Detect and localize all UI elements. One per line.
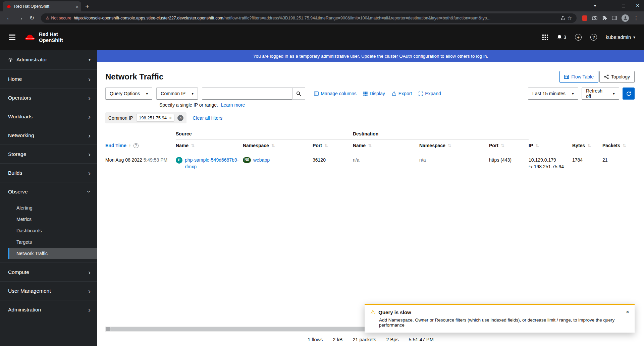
learn-more-link[interactable]: Learn more	[221, 102, 245, 108]
app-launcher-grid-icon[interactable]	[542, 35, 548, 40]
chip-remove-icon[interactable]: ×	[169, 116, 172, 120]
window-minimize-button[interactable]: —	[607, 3, 611, 8]
window-maximize-button[interactable]	[622, 4, 625, 7]
chevron-down-icon: ›	[86, 190, 93, 193]
end-time-help-icon[interactable]: ?	[133, 143, 139, 148]
filter-type-label: Common IP	[161, 91, 185, 96]
sidebar-item-networking[interactable]: Networking›	[0, 126, 97, 145]
sidebar-item-label: User Management	[8, 288, 51, 294]
query-options-dropdown[interactable]: Query Options ▾	[105, 88, 152, 100]
sidebar-item-compute[interactable]: Compute›	[0, 263, 97, 281]
sort-icon: ⇅	[587, 143, 591, 148]
table-row[interactable]: Mon Aug 08 2022 5:49:53 PM P php-sample-…	[105, 152, 635, 176]
side-panel-icon[interactable]	[612, 16, 617, 20]
page-title: Network Traffic	[105, 72, 163, 81]
grid-icon	[363, 92, 368, 96]
flow-table-button[interactable]: Flow Table	[559, 71, 598, 83]
perspective-label: Administrator	[16, 57, 47, 63]
extension-icon-red[interactable]	[582, 15, 587, 21]
share-icon[interactable]	[560, 16, 565, 20]
sidebar-item-home[interactable]: Home›	[0, 69, 97, 88]
redhat-favicon-icon	[6, 4, 11, 8]
perspective-switcher[interactable]: Administrator ▾	[0, 50, 97, 69]
username: kube:admin	[606, 35, 631, 40]
column-header-packets[interactable]: Packets⇅	[602, 139, 635, 152]
sidebar-item-targets[interactable]: Targets	[8, 236, 97, 248]
refresh-now-button[interactable]	[623, 88, 635, 100]
sidebar-item-dashboards[interactable]: Dashboards	[8, 225, 97, 236]
column-header-dest-port[interactable]: Port⇅	[489, 139, 529, 152]
sidebar-item-workloads[interactable]: Workloads›	[0, 107, 97, 126]
header-label: Name	[353, 143, 366, 148]
sidebar-item-observe[interactable]: Observe›	[0, 182, 97, 201]
sidebar-item-storage[interactable]: Storage›	[0, 145, 97, 163]
manage-columns-button[interactable]: Manage columns	[314, 91, 357, 96]
scrollbar-left-cap[interactable]	[106, 327, 110, 331]
window-close-button[interactable]: ×	[636, 3, 639, 8]
sidebar-item-alerting[interactable]: Alerting	[8, 202, 97, 214]
sidebar-item-builds[interactable]: Builds›	[0, 163, 97, 182]
topology-button[interactable]: Topology	[599, 71, 635, 83]
tab-search-icon[interactable]: ▾	[594, 3, 596, 8]
chip-group-clear-icon[interactable]: ×	[177, 115, 183, 121]
forward-button[interactable]: →	[15, 15, 25, 21]
user-menu[interactable]: kube:admin ▾	[606, 35, 635, 40]
sidebar-item-network-traffic[interactable]: Network Traffic	[8, 248, 97, 259]
bell-icon	[557, 35, 562, 40]
ip-filter-input[interactable]	[202, 88, 292, 100]
export-label: Export	[398, 91, 412, 96]
bookmark-star-icon[interactable]: ☆	[568, 15, 572, 21]
column-header-source-port[interactable]: Port⇅	[313, 139, 353, 152]
display-button[interactable]: Display	[363, 91, 385, 96]
column-header-ip[interactable]: IP⇅	[529, 139, 572, 152]
column-header-bytes[interactable]: Bytes⇅	[572, 139, 602, 152]
browser-menu-icon[interactable]: ⋮	[634, 15, 639, 21]
url-text[interactable]: https://console-openshift-console.apps.s…	[74, 16, 558, 20]
address-bar[interactable]: ⚠ Not secure https://console-openshift-c…	[41, 13, 577, 23]
filter-chip[interactable]: 198.251.75.94 ×	[136, 114, 174, 122]
help-icon[interactable]: ?	[590, 34, 597, 41]
quick-create-plus-icon[interactable]: +	[575, 34, 582, 41]
filter-type-dropdown[interactable]: Common IP ▾	[156, 88, 198, 100]
export-button[interactable]: Export	[392, 91, 412, 96]
new-tab-button[interactable]: +	[85, 3, 89, 10]
tab-close-icon[interactable]: ×	[75, 4, 78, 9]
header-label: Bytes	[572, 143, 585, 148]
sidebar-item-administration[interactable]: Administration›	[0, 300, 97, 319]
column-header-source-name[interactable]: Name⇅	[176, 139, 243, 152]
sidebar-item-label: Builds	[8, 170, 22, 176]
toast-close-icon[interactable]: ×	[626, 309, 629, 315]
url-path: /netflow-traffic?filters=address%3D198.2…	[223, 16, 490, 20]
security-status[interactable]: ⚠ Not secure	[46, 15, 71, 20]
reload-button[interactable]: ↻	[27, 14, 37, 21]
ip-source: 10.129.0.179	[529, 157, 568, 163]
brand-logo[interactable]: Red Hat OpenShift	[24, 31, 63, 43]
extensions-puzzle-icon[interactable]	[602, 15, 607, 20]
sidebar-item-label: Storage	[8, 151, 26, 157]
sidebar-item-operators[interactable]: Operators›	[0, 88, 97, 107]
chevron-right-icon: ›	[88, 287, 91, 294]
column-header-dest-namespace[interactable]: Namespace⇅	[419, 139, 489, 152]
back-button[interactable]: ←	[4, 15, 14, 21]
source-pod-link[interactable]: php-sample-549d6687b9-rfmxp	[185, 157, 239, 170]
screenshot-camera-icon[interactable]	[592, 16, 597, 20]
toast-message: Add Namespace, Owner or Resource filters…	[379, 318, 620, 328]
profile-avatar[interactable]	[622, 14, 629, 22]
search-button[interactable]	[292, 88, 305, 100]
column-header-source-namespace[interactable]: Namespace⇅	[243, 139, 313, 152]
oauth-config-link[interactable]: cluster OAuth configuration	[385, 54, 439, 59]
column-header-dest-name[interactable]: Name⇅	[353, 139, 419, 152]
browser-tab[interactable]: Red Hat OpenShift ×	[3, 1, 81, 11]
refresh-interval-dropdown[interactable]: Refresh off ▾	[582, 88, 619, 100]
source-namespace-link[interactable]: webapp	[253, 157, 270, 163]
cell-dest-namespace: n/a	[419, 152, 489, 176]
sidebar-subitem-label: Dashboards	[16, 228, 42, 233]
clear-all-filters-link[interactable]: Clear all filters	[193, 115, 222, 121]
sidebar-item-metrics[interactable]: Metrics	[8, 214, 97, 225]
nav-toggle-hamburger-icon[interactable]	[9, 35, 15, 40]
time-range-dropdown[interactable]: Last 15 minutes ▾	[528, 88, 578, 100]
notifications-bell[interactable]: 3	[557, 35, 566, 40]
expand-button[interactable]: Expand	[419, 91, 441, 96]
sidebar-item-user-management[interactable]: User Management›	[0, 281, 97, 300]
column-header-end-time[interactable]: End Time ↑ ?	[105, 139, 176, 152]
